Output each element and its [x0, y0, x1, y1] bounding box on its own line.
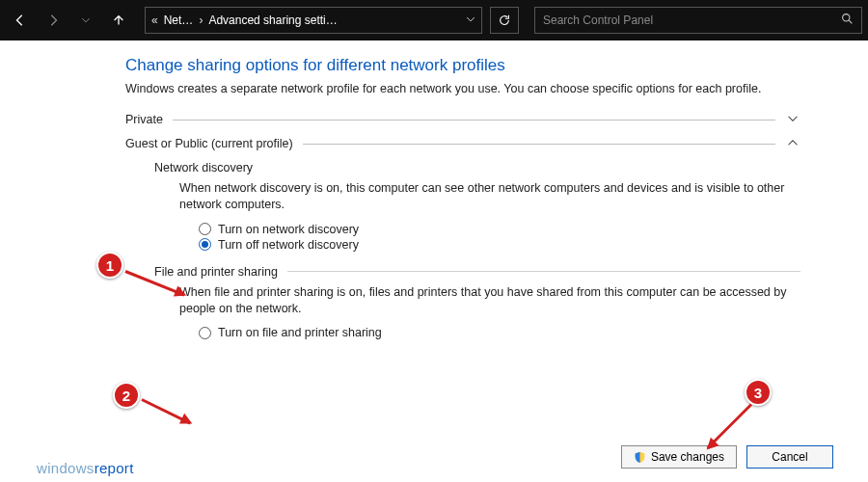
radio-network-discovery-on[interactable]: Turn on network discovery: [199, 223, 800, 236]
divider: [303, 144, 775, 145]
breadcrumb-crumb-2[interactable]: Advanced sharing setti…: [208, 13, 460, 27]
content-pane: Change sharing options for different net…: [0, 40, 868, 339]
breadcrumb-crumb-1[interactable]: Net…: [164, 13, 194, 27]
radio-label: Turn on network discovery: [218, 223, 359, 236]
network-discovery-description: When network discovery is on, this compu…: [179, 180, 800, 213]
save-button-label: Save changes: [651, 450, 724, 464]
up-button[interactable]: [104, 6, 133, 35]
uac-shield-icon: [634, 451, 646, 464]
navbar: « Net… › Advanced sharing setti… Search …: [0, 0, 868, 40]
watermark-part-1: windows: [37, 460, 95, 476]
chevron-down-icon[interactable]: [466, 13, 475, 27]
page-title: Change sharing options for different net…: [125, 56, 800, 75]
chevron-up-icon: [785, 137, 800, 151]
radio-icon: [199, 238, 211, 251]
radio-file-printer-on[interactable]: Turn on file and printer sharing: [199, 326, 800, 339]
cancel-button[interactable]: Cancel: [746, 445, 833, 469]
forward-button[interactable]: [39, 6, 68, 35]
breadcrumb-overflow-icon: «: [151, 13, 158, 27]
section-guest-label: Guest or Public (current profile): [125, 137, 293, 150]
page-description: Windows creates a separate network profi…: [125, 81, 800, 97]
divider: [173, 120, 775, 120]
annotation-arrow-2: [141, 398, 191, 424]
annotation-badge-3: 3: [745, 379, 772, 406]
annotation-badge-2: 2: [113, 382, 140, 409]
refresh-button[interactable]: [490, 7, 519, 34]
radio-label: Turn on file and printer sharing: [218, 326, 382, 339]
radio-icon: [199, 223, 211, 235]
file-printer-heading-row: File and printer sharing: [154, 265, 800, 279]
file-printer-heading: File and printer sharing: [154, 265, 278, 279]
svg-point-0: [843, 14, 850, 21]
search-input[interactable]: Search Control Panel: [534, 7, 862, 34]
footer-buttons: Save changes Cancel: [621, 445, 833, 469]
search-icon: [841, 13, 854, 28]
radio-label: Turn off network discovery: [218, 238, 359, 252]
annotation-badge-1: 1: [96, 252, 123, 279]
chevron-down-icon: [785, 113, 800, 127]
network-discovery-heading: Network discovery: [154, 161, 800, 174]
divider: [287, 271, 800, 272]
back-button[interactable]: [6, 6, 35, 35]
section-private-header[interactable]: Private: [125, 113, 800, 127]
chevron-right-icon: ›: [199, 13, 203, 27]
search-placeholder: Search Control Panel: [543, 13, 833, 27]
recent-dropdown[interactable]: [71, 6, 100, 35]
cancel-button-label: Cancel: [772, 450, 807, 464]
breadcrumb[interactable]: « Net… › Advanced sharing setti…: [145, 7, 482, 34]
watermark-part-2: report: [95, 460, 134, 476]
annotation-arrow-3: [707, 403, 752, 448]
watermark: windowsreport: [37, 460, 134, 476]
file-printer-description: When file and printer sharing is on, fil…: [179, 284, 800, 317]
section-private-label: Private: [125, 113, 163, 126]
radio-network-discovery-off[interactable]: Turn off network discovery: [199, 238, 800, 252]
save-changes-button[interactable]: Save changes: [621, 445, 737, 469]
section-guest-header[interactable]: Guest or Public (current profile): [125, 137, 800, 151]
radio-icon: [199, 327, 211, 339]
